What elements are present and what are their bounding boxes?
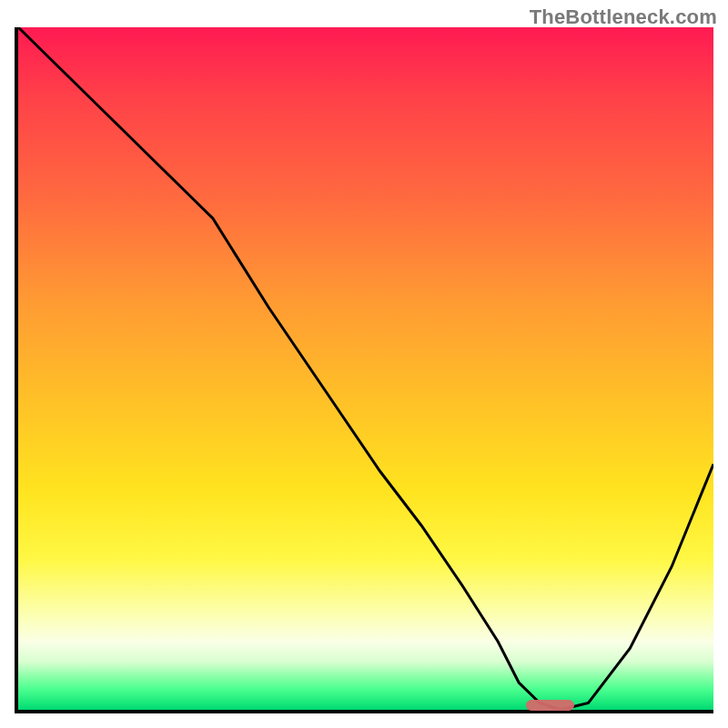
bottleneck-curve-path <box>18 27 713 710</box>
chart-stage: TheBottleneck.com <box>0 0 728 728</box>
watermark-text: TheBottleneck.com <box>530 5 717 29</box>
curve-svg <box>18 27 713 710</box>
plot-area <box>15 27 713 713</box>
optimal-range-marker <box>526 700 574 711</box>
